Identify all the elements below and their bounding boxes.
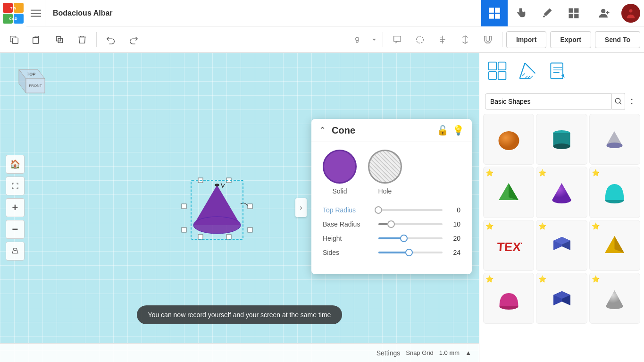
canvas-area[interactable]: TOP FRONT 🏠 + −	[0, 53, 479, 362]
sides-thumb[interactable]	[405, 249, 413, 256]
paste-button[interactable]	[26, 29, 47, 50]
top-radius-track[interactable]	[378, 209, 443, 211]
magnet-button[interactable]	[477, 29, 498, 50]
zoom-out-button[interactable]: −	[6, 220, 25, 239]
svg-rect-13	[569, 8, 573, 12]
sides-value: 24	[446, 249, 460, 256]
shape-grid: ⭐ ⭐ ⭐	[483, 114, 640, 324]
duplicate-button[interactable]	[49, 29, 70, 50]
view-cube[interactable]: TOP FRONT	[9, 62, 47, 100]
ruler-icon-button[interactable]	[513, 57, 542, 85]
zoom-in-button[interactable]: +	[6, 198, 25, 217]
shape-item-pink-halfsphere[interactable]: ⭐	[483, 273, 534, 324]
shape-item-teal-dome[interactable]: ⭐	[589, 167, 640, 218]
height-thumb[interactable]	[400, 235, 408, 242]
shape-item-purple-cone[interactable]: ⭐	[536, 167, 587, 218]
star-badge: ⭐	[538, 169, 546, 177]
tinkercad-logo[interactable]: TIN CAD	[0, 0, 26, 26]
svg-point-24	[417, 36, 424, 43]
svg-rect-15	[569, 14, 573, 18]
notes-icon-button[interactable]	[544, 57, 572, 85]
undo-button[interactable]	[100, 29, 121, 50]
import-button[interactable]: Import	[506, 31, 547, 48]
height-track[interactable]	[378, 237, 443, 239]
svg-rect-8	[31, 16, 41, 17]
mirror-button[interactable]	[455, 29, 476, 50]
solid-circle	[323, 150, 357, 184]
shape-category-select[interactable]: Basic Shapes	[485, 93, 612, 109]
base-radius-track[interactable]	[378, 223, 443, 225]
grid-view-button[interactable]	[481, 0, 508, 26]
home-view-button[interactable]: 🏠	[6, 155, 25, 174]
toolbar-separator-1	[96, 32, 97, 47]
pickaxe-button[interactable]	[534, 0, 560, 26]
top-radius-value: 0	[446, 206, 460, 214]
svg-rect-6	[31, 9, 41, 10]
scroll-right-arrow[interactable]: ›	[295, 198, 307, 217]
top-radius-thumb[interactable]	[375, 206, 382, 214]
svg-rect-47	[551, 63, 563, 79]
snap-grid-label: Snap Grid	[406, 349, 434, 356]
toolbar-separator-3	[502, 32, 502, 47]
tooltip-banner: You can now record yourself and your scr…	[137, 305, 343, 324]
toolbar-separator-2	[383, 32, 383, 47]
light-dropdown-button[interactable]	[369, 29, 379, 50]
svg-marker-57	[552, 183, 571, 200]
snap-chevron-icon[interactable]: ▲	[465, 349, 471, 356]
export-button[interactable]: Export	[550, 31, 591, 48]
panel-lock-button[interactable]: 🔓	[437, 125, 449, 136]
hole-option[interactable]: Hole	[368, 150, 402, 195]
shape-item-teal-cylinder[interactable]	[536, 114, 587, 165]
shape-item-blue-box[interactable]: ⭐	[536, 220, 587, 271]
svg-point-53	[607, 143, 623, 148]
solid-option[interactable]: Solid	[323, 150, 357, 195]
grid-icon-button[interactable]	[483, 57, 511, 85]
star-badge: ⭐	[592, 169, 600, 177]
shape-item-gray-cone[interactable]: ⭐	[589, 273, 640, 324]
hamburger-menu-button[interactable]	[26, 0, 45, 26]
svg-rect-32	[182, 204, 186, 209]
shapes-panel: Basic Shapes	[479, 89, 644, 362]
search-icon-button[interactable]	[612, 93, 625, 110]
top-radius-label: Top Radius	[323, 206, 375, 214]
star-badge: ⭐	[592, 222, 600, 230]
blocks-button[interactable]	[560, 0, 587, 26]
shape-item-green-pyramid[interactable]: ⭐	[483, 167, 534, 218]
align-button[interactable]	[432, 29, 453, 50]
cone-shape-on-canvas[interactable]	[179, 176, 255, 248]
avatar-button[interactable]	[618, 0, 644, 26]
svg-point-17	[601, 8, 605, 13]
hand-tool-button[interactable]	[508, 0, 534, 26]
settings-button[interactable]: Settings	[376, 349, 401, 357]
top-navigation: TIN CAD Bodacious Albar	[0, 0, 644, 26]
shape-item-orange-sphere[interactable]	[483, 114, 534, 165]
copy-button[interactable]	[4, 29, 25, 50]
add-user-button[interactable]	[591, 0, 618, 26]
shape-item-text[interactable]: ⭐ TEXT	[483, 220, 534, 271]
category-sort-icon[interactable]	[625, 97, 638, 106]
project-name: Bodacious Albar	[45, 9, 481, 17]
redo-button[interactable]	[123, 29, 144, 50]
perspective-button[interactable]	[6, 242, 25, 261]
delete-button[interactable]	[72, 29, 92, 50]
sliders-section: Top Radius 0 Base Radius 10	[311, 202, 472, 267]
panel-collapse-button[interactable]: ⌃	[319, 125, 326, 135]
sendto-button[interactable]: Send To	[595, 31, 640, 48]
circle-tool-button[interactable]	[410, 29, 430, 50]
panel-header: ⌃ Cone 🔓 💡	[311, 119, 472, 142]
panel-help-button[interactable]: 💡	[452, 125, 464, 136]
sides-track[interactable]	[378, 252, 443, 253]
light-button[interactable]	[347, 29, 368, 50]
base-radius-thumb[interactable]	[387, 220, 395, 228]
svg-rect-16	[574, 14, 578, 18]
fit-view-button[interactable]	[6, 177, 25, 195]
svg-point-48	[615, 98, 620, 103]
shape-item-dark-blue-box[interactable]: ⭐	[536, 273, 587, 324]
star-badge: ⭐	[592, 275, 600, 283]
cone-properties-panel: ⌃ Cone 🔓 💡 Solid Hole Top Radius	[311, 119, 472, 274]
solid-label: Solid	[332, 187, 347, 195]
svg-text:CAD: CAD	[9, 17, 17, 21]
comment-button[interactable]	[387, 29, 408, 50]
shape-item-gray-custom[interactable]	[589, 114, 640, 165]
shape-item-yellow-pyramid[interactable]: ⭐	[589, 220, 640, 271]
